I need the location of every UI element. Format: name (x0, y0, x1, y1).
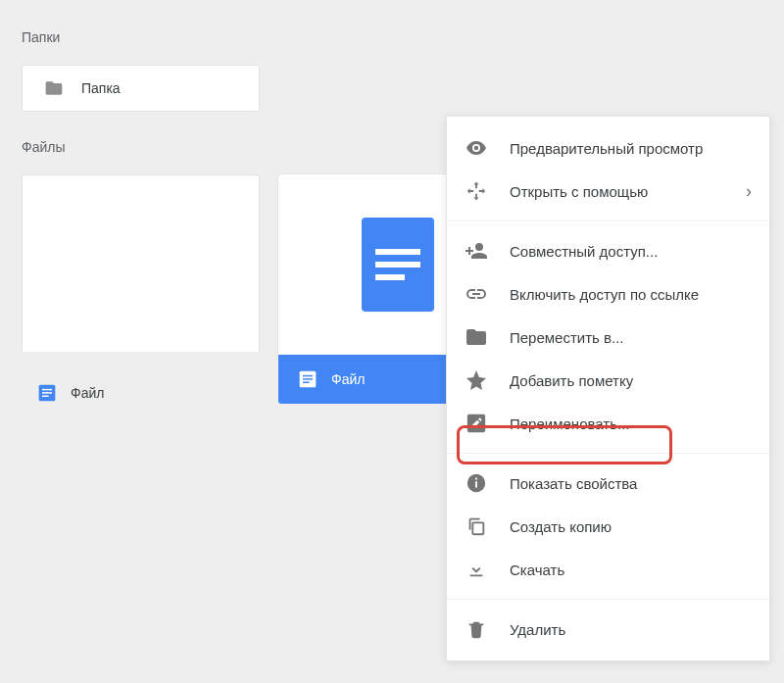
copy-icon (465, 514, 488, 538)
file-label-row: Файл (22, 368, 260, 417)
svg-rect-11 (303, 382, 310, 384)
svg-rect-10 (303, 378, 313, 380)
folder-icon (42, 78, 66, 98)
menu-label: Добавить пометку (510, 372, 752, 389)
menu-rename[interactable]: Переименовать... (447, 402, 769, 445)
file-name: Файл (71, 385, 104, 401)
doc-icon (298, 369, 318, 389)
svg-rect-9 (303, 375, 313, 377)
menu-add-star[interactable]: Добавить пометку (447, 359, 769, 402)
menu-label: Скачать (510, 561, 752, 578)
menu-label: Переместить в... (510, 329, 752, 346)
info-icon (465, 471, 488, 495)
menu-share[interactable]: Совместный доступ... (447, 229, 769, 272)
svg-rect-14 (475, 481, 477, 487)
menu-label: Создать копию (510, 518, 752, 535)
svg-rect-15 (475, 478, 477, 480)
menu-label: Показать свойства (510, 475, 752, 492)
svg-rect-6 (375, 262, 420, 268)
menu-label: Совместный доступ... (510, 243, 752, 260)
doc-icon (362, 218, 434, 312)
svg-rect-5 (375, 249, 420, 255)
menu-details[interactable]: Показать свойства (447, 462, 769, 505)
svg-rect-7 (375, 274, 405, 280)
trash-icon (465, 617, 488, 641)
file-thumbnail (22, 174, 260, 353)
menu-label: Предварительный просмотр (510, 140, 752, 157)
folders-section-label: Папки (22, 29, 60, 45)
link-icon (465, 282, 488, 306)
open-with-icon (465, 179, 488, 203)
menu-make-copy[interactable]: Создать копию (447, 505, 769, 548)
svg-rect-2 (42, 392, 52, 394)
menu-move-to[interactable]: Переместить в... (447, 316, 769, 359)
menu-open-with[interactable]: Открыть с помощью › (447, 170, 769, 213)
folder-card[interactable]: Папка (22, 65, 260, 112)
eye-icon (465, 136, 488, 160)
menu-label: Переименовать... (510, 415, 752, 432)
folder-move-icon (465, 325, 488, 349)
file-name: Файл (331, 371, 365, 387)
svg-rect-3 (42, 396, 49, 398)
file-card[interactable]: Файл (22, 174, 260, 417)
chevron-right-icon: › (746, 181, 752, 202)
files-section-label: Файлы (22, 139, 65, 155)
menu-label: Открыть с помощью (510, 183, 724, 200)
menu-preview[interactable]: Предварительный просмотр (447, 126, 769, 170)
svg-rect-1 (42, 389, 52, 391)
menu-download[interactable]: Скачать (447, 548, 769, 591)
menu-divider (447, 220, 769, 221)
menu-label: Удалить (510, 621, 752, 638)
rename-icon (465, 412, 488, 435)
menu-divider (447, 453, 769, 454)
download-icon (465, 558, 488, 581)
menu-divider (447, 599, 769, 600)
person-add-icon (465, 239, 488, 263)
menu-delete[interactable]: Удалить (447, 608, 769, 651)
svg-rect-16 (472, 522, 483, 534)
folder-name: Папка (81, 80, 121, 96)
context-menu: Предварительный просмотр Открыть с помощ… (446, 116, 770, 661)
menu-label: Включить доступ по ссылке (510, 286, 752, 303)
menu-get-link[interactable]: Включить доступ по ссылке (447, 272, 769, 316)
doc-icon (37, 383, 57, 403)
star-icon (465, 368, 488, 392)
